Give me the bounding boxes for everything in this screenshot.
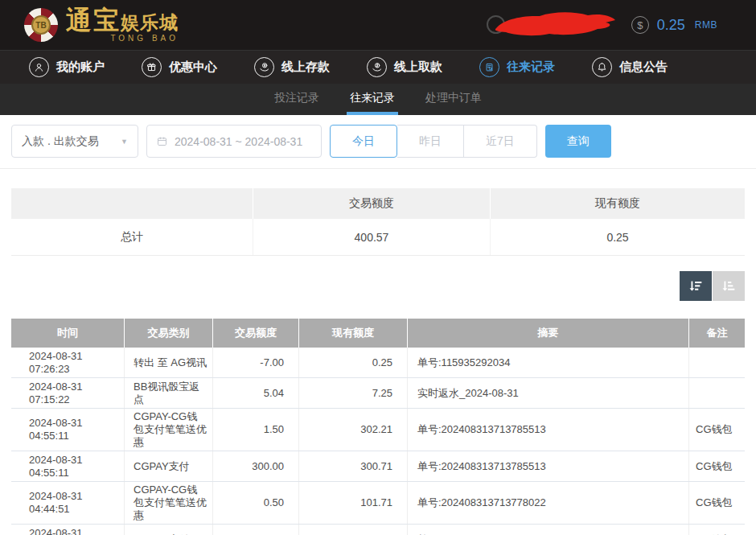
date-range-input[interactable]: 2024-08-31 ~ 2024-08-31 (146, 125, 322, 158)
nav-item-my-account[interactable]: 我的账户 (29, 57, 105, 77)
table-header-row: 时间 交易类别 交易额度 现有额度 摘要 备注 (11, 319, 745, 348)
tab-label: 投注记录 (274, 91, 319, 105)
chevron-down-icon: ▼ (121, 138, 128, 146)
records-icon (479, 57, 499, 77)
cell-type: CGPAY-CG钱包支付笔笔送优惠 (125, 409, 213, 451)
nav-label: 信息公告 (619, 60, 668, 75)
search-button[interactable]: 查询 (545, 125, 611, 158)
cell-summary: 单号:202408313713785513 (408, 451, 689, 481)
nav-item-deposit[interactable]: 线上存款 (254, 57, 330, 77)
cell-type: BB视讯骰宝返点 (125, 378, 213, 408)
cell-summary: 单号:202408313713778022 (408, 482, 689, 524)
brand-text: 通宝 娱乐城 TONG BAO (66, 7, 179, 43)
cell-type: 转出 至 AG视讯 (125, 348, 213, 377)
balance-amount: 0.25 (657, 17, 685, 34)
username-area[interactable] (487, 7, 623, 43)
brand-en: TONG BAO (66, 35, 179, 43)
sort-ascending-button[interactable] (713, 271, 745, 301)
section-divider (0, 168, 756, 169)
nav-item-records[interactable]: 往来记录 (479, 57, 555, 77)
tab-pending-orders[interactable]: 处理中订单 (422, 84, 485, 115)
nav-item-promotions[interactable]: 优惠中心 (142, 57, 217, 77)
sort-descending-button[interactable] (680, 271, 712, 301)
cell-time: 2024-08-31 04:44:51 (11, 482, 125, 524)
records-subnav: 投注记录 往来记录 处理中订单 (0, 84, 756, 115)
tab-transaction-records[interactable]: 往来记录 (347, 84, 398, 115)
cell-remark: CG钱包 (689, 409, 745, 451)
cell-amount: 0.50 (213, 482, 299, 524)
casino-chip-icon: TB (24, 8, 58, 42)
cell-remark (689, 378, 745, 408)
summary-current-total: 0.25 (491, 219, 745, 255)
summary-total-label: 总计 (11, 219, 253, 255)
brand-cn-sub: 娱乐城 (121, 14, 179, 32)
cell-remark: CG钱包 (689, 482, 745, 524)
col-time: 时间 (11, 319, 125, 348)
table-row: 2024-08-31 07:15:22 BB视讯骰宝返点 5.04 7.25 实… (11, 378, 745, 409)
transactions-table: 时间 交易类别 交易额度 现有额度 摘要 备注 2024-08-31 07:26… (11, 319, 745, 535)
table-row: 2024-08-31 04:55:11 CGPAY支付 300.00 300.7… (11, 451, 745, 482)
brand-logo[interactable]: TB 通宝 娱乐城 TONG BAO (24, 7, 179, 43)
cell-remark (689, 348, 745, 377)
chip-label: TB (31, 15, 51, 35)
brand-cn-main: 通宝 (66, 7, 121, 33)
redaction-scribble (491, 9, 620, 41)
cell-remark: CG钱包 (689, 451, 745, 481)
cell-amount: 300.00 (213, 451, 299, 481)
cell-amount: -7.00 (213, 348, 299, 377)
deposit-coin-hand-icon (254, 57, 274, 77)
summary-table: 交易额度 现有额度 总计 400.57 0.25 (11, 188, 745, 256)
main-nav: 我的账户 优惠中心 线上存款 线上取款 往来记录 信息公告 (0, 50, 756, 84)
cell-balance: 0.25 (299, 348, 408, 377)
transaction-type-select[interactable]: 入款 . 出款交易 ▼ (11, 125, 138, 158)
today-button[interactable]: 今日 (330, 125, 397, 158)
withdraw-coin-hand-icon (367, 57, 387, 77)
sort-descending-icon (687, 278, 705, 295)
cell-type: CGPAY-CG钱包支付笔笔送优惠 (125, 482, 213, 524)
cell-remark: CG钱包 (689, 525, 745, 535)
summary-total-row: 总计 400.57 0.25 (11, 219, 745, 256)
cell-balance: 7.25 (299, 378, 408, 408)
tab-label: 处理中订单 (425, 91, 482, 105)
cell-type: CGPAY支付 (125, 451, 213, 481)
summary-header-empty (11, 188, 253, 219)
col-balance: 现有额度 (299, 319, 408, 348)
sort-toolbar (0, 271, 745, 301)
user-icon (29, 57, 49, 77)
cell-time: 2024-08-31 04:55:11 (11, 409, 125, 451)
cell-amount: 5.04 (213, 378, 299, 408)
bell-icon (592, 57, 612, 77)
table-row: 2024-08-31 07:26:23 转出 至 AG视讯 -7.00 0.25… (11, 348, 745, 378)
table-row: 2024-08-31 04:44:51 CGPAY-CG钱包支付笔笔送优惠 0.… (11, 482, 745, 525)
cell-amount: 100.00 (213, 525, 299, 535)
cell-balance: 300.71 (299, 451, 408, 481)
cell-time: 2024-08-31 07:15:22 (11, 378, 125, 408)
cell-summary: 单号:115935292034 (408, 348, 689, 377)
filter-bar: 入款 . 出款交易 ▼ 2024-08-31 ~ 2024-08-31 今日 昨… (11, 125, 745, 158)
cell-summary: 单号:202408313713778022 (408, 525, 689, 535)
calendar-icon (156, 135, 168, 147)
nav-item-withdraw[interactable]: 线上取款 (367, 57, 442, 77)
yesterday-button[interactable]: 昨日 (397, 125, 464, 158)
top-header: TB 通宝 娱乐城 TONG BAO $ 0.25 RMB (0, 0, 756, 50)
table-row: 2024-08-31 04:44:51 CGPAY支付 100.00 101.2… (11, 525, 745, 535)
nav-label: 往来记录 (507, 60, 555, 75)
cell-amount: 1.50 (213, 409, 299, 451)
summary-header-transaction: 交易额度 (253, 188, 491, 219)
nav-label: 线上存款 (281, 60, 330, 75)
quick-range-group: 今日 昨日 近7日 (330, 125, 537, 158)
last7days-button[interactable]: 近7日 (464, 125, 537, 158)
cell-time: 2024-08-31 04:55:11 (11, 451, 125, 481)
summary-header-current: 现有额度 (491, 188, 745, 219)
cell-balance: 101.71 (299, 482, 408, 524)
cell-summary: 单号:202408313713785513 (408, 409, 689, 451)
col-summary: 摘要 (408, 319, 689, 348)
table-row: 2024-08-31 04:55:11 CGPAY-CG钱包支付笔笔送优惠 1.… (11, 409, 745, 451)
cell-type: CGPAY支付 (125, 525, 213, 535)
select-value: 入款 . 出款交易 (22, 134, 99, 149)
cell-time: 2024-08-31 04:44:51 (11, 525, 125, 535)
tab-betting-records[interactable]: 投注记录 (271, 84, 323, 115)
cell-time: 2024-08-31 07:26:23 (11, 348, 125, 377)
nav-label: 线上取款 (394, 60, 442, 75)
nav-item-announcements[interactable]: 信息公告 (592, 57, 668, 77)
